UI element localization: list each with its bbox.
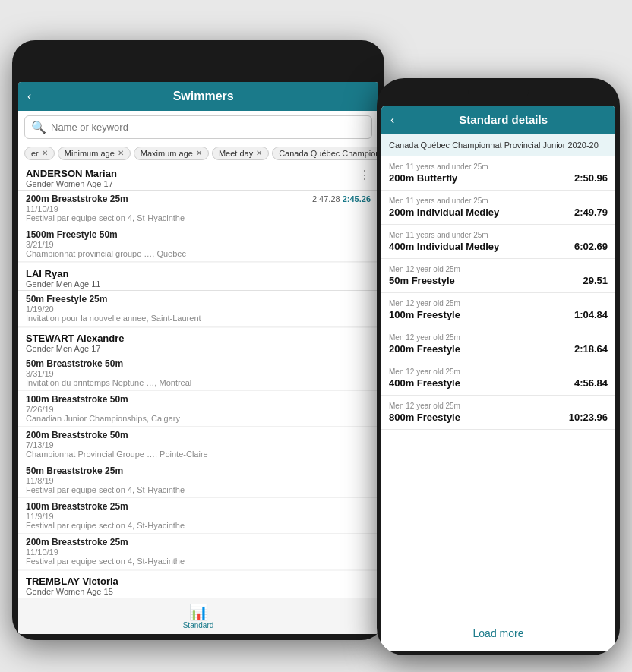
bottom-tab[interactable]: 📊 Standard: [18, 598, 378, 634]
event-item[interactable]: 50m Breaststroke 50m 3/31/19 Invitation …: [18, 355, 378, 391]
search-input[interactable]: [51, 121, 365, 133]
standard-item-100free[interactable]: Men 12 year old 25m 100m Freestyle 1:04.…: [381, 293, 615, 327]
event-item[interactable]: 100m Breaststroke 50m 7/26/19 Canadian J…: [18, 391, 378, 427]
swimmer-meta-tremblay: Gender Women Age 15: [26, 587, 118, 596]
standard-item-200free[interactable]: Men 12 year old 25m 200m Freestyle 2:18.…: [381, 327, 615, 361]
event-name: 1500m Freestyle 50m: [26, 229, 118, 240]
swimmer-anderson: ANDERSON Marian Gender Women Age 17 ⋮ 20…: [18, 163, 378, 262]
right-title: Standard details: [400, 113, 606, 126]
standard-event-row: 400m Individual Medley 6:02.69: [389, 241, 608, 252]
event-item[interactable]: 100m Breaststroke 25m 11/9/19 Festival p…: [18, 498, 378, 534]
left-top-bar: ‹ Swimmers: [18, 82, 378, 111]
filter-chip-maxage[interactable]: Maximum age ✕: [134, 147, 209, 160]
event-venue: Canadian Junior Championships, Calgary: [26, 414, 371, 423]
standard-category: Men 11 years and under 25m: [389, 231, 608, 239]
event-item[interactable]: 50m Breaststroke 25m 11/8/19 Festival pa…: [18, 462, 378, 498]
search-icon: 🔍: [31, 120, 46, 134]
standard-icon: 📊: [189, 603, 208, 621]
left-phone: ‹ Swimmers 🔍 er ✕ Minimum age ✕ Max: [12, 40, 384, 640]
event-name: 200m Breaststroke 25m: [26, 194, 128, 204]
standard-event-name: 800m Freestyle: [389, 412, 460, 423]
event-date: 11/10/19: [26, 204, 371, 213]
standard-time: 4:56.84: [574, 377, 608, 389]
standard-event-row: 400m Freestyle 4:56.84: [389, 377, 608, 389]
standard-time: 2:49.79: [574, 207, 608, 218]
standard-time: 1:04.84: [574, 309, 608, 320]
standard-item-im200[interactable]: Men 11 years and under 25m 200m Individu…: [381, 191, 615, 225]
event-date: 7/13/19: [26, 440, 371, 450]
event-date: 11/9/19: [26, 512, 371, 521]
standard-category: Men 12 year old 25m: [389, 402, 608, 410]
event-item[interactable]: 50m Freestyle 25m 1/19/20 Invitation pou…: [18, 291, 378, 327]
swimmer-stewart: STEWART Alexandre Gender Men Age 17 50m …: [18, 328, 378, 569]
standard-item-800free[interactable]: Men 12 year old 25m 800m Freestyle 10:23…: [381, 396, 615, 430]
event-date: 3/21/19: [26, 240, 371, 249]
swimmer-name-anderson: ANDERSON Marian: [26, 168, 117, 179]
filter-chip-meetday[interactable]: Meet day ✕: [212, 147, 269, 160]
standard-event-name: 400m Individual Medley: [389, 241, 499, 252]
filter-label: Minimum age: [65, 149, 115, 158]
event-name: 100m Breaststroke 25m: [26, 501, 128, 512]
swimmer-header-tremblay: TREMBLAY Victoria Gender Women Age 15: [18, 571, 378, 598]
event-date: 1/19/20: [26, 304, 371, 314]
event-item[interactable]: 1500m Freestyle 50m 3/21/19 Championnat …: [18, 226, 378, 262]
standard-category: Men 12 year old 25m: [389, 265, 608, 273]
standards-list: Men 11 years and under 25m 200m Butterfl…: [381, 156, 615, 616]
event-item[interactable]: 200m Breaststroke 25m 11/10/19 Festival …: [18, 534, 378, 569]
standard-item-im400[interactable]: Men 11 years and under 25m 400m Individu…: [381, 225, 615, 259]
swimmer-name-stewart: STEWART Alexandre: [26, 333, 125, 344]
event-name: 50m Freestyle 25m: [26, 294, 107, 304]
event-name: 100m Breaststroke 50m: [26, 394, 128, 405]
standard-event-row: 50m Freestyle 29.51: [389, 275, 608, 286]
back-button[interactable]: ‹: [27, 90, 31, 103]
standard-time: 2:50.96: [574, 172, 608, 184]
swimmer-meta-anderson: Gender Women Age 17: [26, 179, 117, 188]
standard-item-400free[interactable]: Men 12 year old 25m 400m Freestyle 4:56.…: [381, 361, 615, 396]
filter-remove[interactable]: ✕: [118, 149, 124, 157]
event-date: 3/31/19: [26, 369, 371, 378]
event-date: 11/10/19: [26, 547, 371, 557]
swimmer-meta-stewart: Gender Men Age 17: [26, 344, 125, 353]
event-item[interactable]: 200m Breaststroke 50m 7/13/19 Championna…: [18, 427, 378, 462]
right-back-button[interactable]: ‹: [390, 113, 394, 127]
meet-name: Canada Québec Championnat Provincial Jun…: [389, 140, 599, 150]
standard-time: 29.51: [583, 275, 608, 286]
right-phone: ‹ Standard details Canada Québec Champio…: [377, 78, 620, 655]
swimmer-tremblay: TREMBLAY Victoria Gender Women Age 15 10…: [18, 571, 378, 598]
filter-remove[interactable]: ✕: [256, 149, 262, 157]
filter-remove[interactable]: ✕: [196, 149, 202, 157]
filter-label: Canada Québec Championnat Provincial Jun…: [279, 149, 378, 158]
filter-remove[interactable]: ✕: [42, 149, 48, 157]
search-bar[interactable]: 🔍: [24, 115, 372, 139]
event-name: 200m Breaststroke 25m: [26, 537, 128, 547]
swimmer-meta-lai: Gender Men Age 11: [26, 279, 100, 289]
event-name: 50m Breaststroke 25m: [26, 465, 123, 476]
swimmer-name-tremblay: TREMBLAY Victoria: [26, 576, 118, 587]
swimmer-menu-anderson[interactable]: ⋮: [359, 168, 371, 182]
event-venue: Championnat provincial groupe …, Quebec: [26, 249, 371, 258]
standard-item-butterfly[interactable]: Men 11 years and under 25m 200m Butterfl…: [381, 156, 615, 191]
standard-item-50free[interactable]: Men 12 year old 25m 50m Freestyle 29.51: [381, 259, 615, 293]
event-venue: Festival par equipe section 4, St-Hyacin…: [26, 557, 371, 566]
standard-category: Men 12 year old 25m: [389, 333, 608, 342]
swimmers-list: ANDERSON Marian Gender Women Age 17 ⋮ 20…: [18, 163, 378, 598]
standard-event-row: 800m Freestyle 10:23.96: [389, 412, 608, 423]
filter-chip-minage[interactable]: Minimum age ✕: [58, 147, 131, 160]
tab-standard[interactable]: 📊 Standard: [183, 603, 214, 629]
standard-time: 2:18.64: [574, 343, 608, 355]
load-more-button[interactable]: Load more: [473, 627, 524, 639]
standard-category: Men 12 year old 25m: [389, 368, 608, 376]
standard-category: Men 12 year old 25m: [389, 299, 608, 308]
standard-event-name: 100m Freestyle: [389, 309, 460, 320]
load-more-section: Load more: [381, 616, 615, 651]
filter-chip-meet[interactable]: Canada Québec Championnat Provincial Jun…: [272, 147, 378, 160]
tab-label: Standard: [183, 621, 214, 629]
event-venue: Festival par equipe section 4, St-Hyacin…: [26, 213, 371, 222]
event-date: 7/26/19: [26, 405, 371, 414]
standard-event-name: 50m Freestyle: [389, 275, 455, 286]
filter-label: er: [31, 149, 39, 158]
filter-chip-er[interactable]: er ✕: [24, 147, 55, 160]
event-item[interactable]: 200m Breaststroke 25m 2:47.28 2:45.26 11…: [18, 191, 378, 226]
standard-event-name: 200m Freestyle: [389, 343, 460, 355]
meet-banner: Canada Québec Championnat Provincial Jun…: [381, 134, 615, 156]
